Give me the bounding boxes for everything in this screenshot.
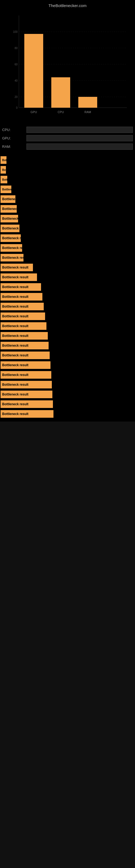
- result-row-22: Bottleneck result: [0, 371, 135, 379]
- svg-text:0: 0: [16, 106, 17, 109]
- svg-text:60: 60: [14, 63, 18, 66]
- result-row-14: Bottleneck result: [0, 293, 135, 301]
- svg-text:80: 80: [14, 46, 18, 50]
- result-row-3: Bottleneck result: [0, 186, 135, 193]
- result-bar-17: Bottleneck result: [1, 322, 46, 330]
- chart-area: 100 80 60 40 20 0 GPU CPU RAM: [0, 10, 135, 124]
- result-row-16: Bottleneck result: [0, 312, 135, 320]
- result-bar-14: Bottleneck result: [1, 293, 42, 301]
- svg-text:40: 40: [14, 79, 18, 82]
- result-row-25: Bottleneck result: [0, 400, 135, 408]
- result-row-11: Bottleneck result: [0, 264, 135, 271]
- result-bar-15: Bottleneck result: [1, 303, 44, 310]
- result-row-13: Bottleneck result: [0, 283, 135, 291]
- result-bar-5: Bottleneck result: [1, 205, 17, 213]
- result-row-9: Bottleneck result: [0, 244, 135, 252]
- result-bar-9: Bottleneck result: [1, 244, 22, 252]
- result-row-24: Bottleneck result: [0, 391, 135, 398]
- svg-rect-14: [24, 34, 43, 108]
- result-bar-3: Bottleneck result: [1, 186, 11, 193]
- result-row-17: Bottleneck result: [0, 322, 135, 330]
- result-bar-21: Bottleneck result: [1, 361, 50, 369]
- result-row-23: Bottleneck result: [0, 381, 135, 389]
- result-row-1: Bot: [0, 166, 135, 174]
- gpu-row: GPU:: [2, 135, 133, 141]
- result-bar-6: Bottleneck result: [1, 215, 18, 222]
- result-row-18: Bottleneck result: [0, 332, 135, 340]
- site-title: TheBottlenecker.com: [0, 0, 135, 10]
- result-bar-26: Bottleneck result: [1, 410, 53, 418]
- result-bar-10: Bottleneck result: [1, 254, 24, 261]
- result-row-21: Bottleneck result: [0, 361, 135, 369]
- result-row-8: Bottleneck result: [0, 235, 135, 242]
- result-bar-22: Bottleneck result: [1, 371, 51, 379]
- result-bar-7: Bottleneck result: [1, 225, 19, 232]
- page-container: TheBottlenecker.com 100 80 60 40 20 0: [0, 0, 135, 422]
- result-bar-16: Bottleneck result: [1, 312, 45, 320]
- result-row-26: Bottleneck result: [0, 410, 135, 418]
- result-row-12: Bottleneck result: [0, 273, 135, 281]
- result-bar-1: Bot: [1, 166, 6, 174]
- result-bar-19: Bottleneck result: [1, 342, 49, 349]
- result-bar-13: Bottleneck result: [1, 283, 41, 291]
- result-bar-0: Bot: [1, 156, 6, 164]
- result-bar-25: Bottleneck result: [1, 400, 53, 408]
- result-bar-23: Bottleneck result: [1, 381, 52, 389]
- result-row-2: Bottlene: [0, 176, 135, 183]
- cpu-label: CPU:: [2, 128, 27, 132]
- svg-rect-16: [78, 97, 97, 108]
- svg-rect-15: [51, 77, 70, 108]
- result-bar-24: Bottleneck result: [1, 391, 52, 398]
- cpu-input[interactable]: [27, 127, 133, 133]
- result-row-5: Bottleneck result: [0, 205, 135, 213]
- results-list: BotBotBottleneBottleneck resultBottlenec…: [0, 155, 135, 422]
- result-row-19: Bottleneck result: [0, 342, 135, 349]
- form-section: CPU: GPU: RAM:: [0, 124, 135, 155]
- result-bar-11: Bottleneck result: [1, 264, 33, 271]
- ram-label: RAM:: [2, 145, 27, 149]
- result-bar-18: Bottleneck result: [1, 332, 48, 340]
- result-bar-4: Bottleneck result: [1, 195, 15, 203]
- result-row-15: Bottleneck result: [0, 303, 135, 310]
- svg-text:GPU: GPU: [31, 111, 37, 114]
- bar-chart: 100 80 60 40 20 0 GPU CPU RAM: [0, 10, 135, 124]
- ram-input[interactable]: [27, 144, 133, 150]
- result-row-0: Bot: [0, 156, 135, 164]
- result-row-7: Bottleneck result: [0, 225, 135, 232]
- result-row-6: Bottleneck result: [0, 215, 135, 222]
- result-bar-2: Bottlene: [1, 176, 7, 183]
- site-title-text: TheBottlenecker.com: [49, 3, 87, 8]
- result-row-4: Bottleneck result: [0, 195, 135, 203]
- result-bar-8: Bottleneck result: [1, 235, 21, 242]
- result-row-10: Bottleneck result: [0, 254, 135, 261]
- svg-text:20: 20: [14, 95, 18, 98]
- ram-row: RAM:: [2, 144, 133, 150]
- cpu-row: CPU:: [2, 127, 133, 133]
- gpu-label: GPU:: [2, 136, 27, 140]
- svg-text:RAM: RAM: [85, 111, 91, 114]
- gpu-input[interactable]: [27, 135, 133, 141]
- svg-text:CPU: CPU: [57, 111, 64, 114]
- result-bar-20: Bottleneck result: [1, 351, 50, 359]
- result-row-20: Bottleneck result: [0, 351, 135, 359]
- result-bar-12: Bottleneck result: [1, 273, 37, 281]
- svg-text:100: 100: [13, 30, 17, 33]
